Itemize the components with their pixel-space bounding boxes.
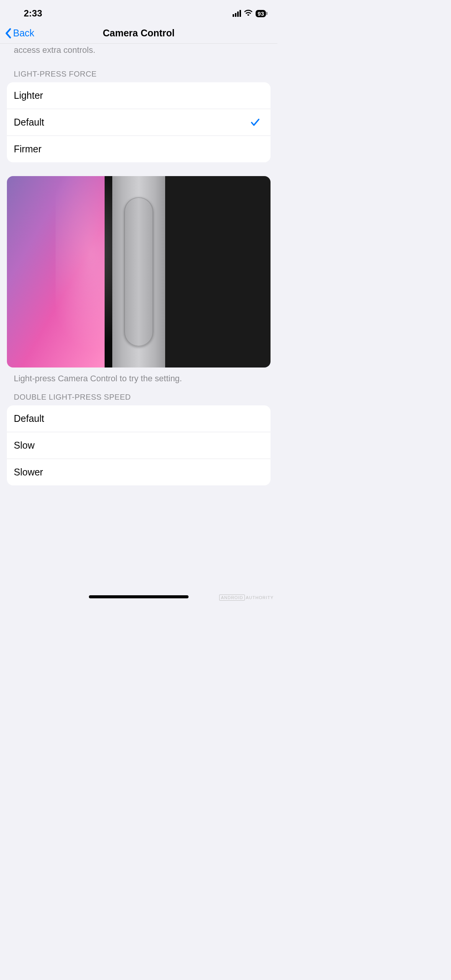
double-press-speed-group: Default Slow Slower xyxy=(7,405,271,485)
cellular-signal-icon xyxy=(233,10,241,17)
preview-caption: Light-press Camera Control to try the se… xyxy=(0,368,277,384)
section-header-light-press-force: LIGHT-PRESS FORCE xyxy=(0,55,277,82)
back-label: Back xyxy=(13,28,34,39)
camera-control-button-graphic xyxy=(124,197,153,346)
option-speed-slower[interactable]: Slower xyxy=(7,459,271,485)
section-header-double-press-speed: DOUBLE LIGHT-PRESS SPEED xyxy=(0,384,277,405)
status-bar: 2:33 93 xyxy=(0,0,277,23)
option-default[interactable]: Default xyxy=(7,109,271,136)
wifi-icon xyxy=(244,9,253,18)
option-speed-default[interactable]: Default xyxy=(7,405,271,432)
option-firmer[interactable]: Firmer xyxy=(7,136,271,162)
option-label: Default xyxy=(14,413,44,424)
checkmark-icon xyxy=(250,117,261,128)
chevron-left-icon xyxy=(5,28,11,39)
preview-side-rail xyxy=(112,176,165,368)
light-press-force-group: Lighter Default Firmer xyxy=(7,82,271,162)
watermark-suffix: AUTHORITY xyxy=(246,595,274,600)
camera-control-preview xyxy=(7,176,271,368)
home-indicator[interactable] xyxy=(89,595,189,598)
navigation-bar: Back Camera Control xyxy=(0,23,277,44)
back-button[interactable]: Back xyxy=(5,28,34,39)
battery-indicator: 93 xyxy=(256,10,266,17)
option-label: Slower xyxy=(14,467,43,478)
content-scroll[interactable]: access extra controls. LIGHT-PRESS FORCE… xyxy=(0,44,277,485)
preview-dark-area xyxy=(165,176,271,368)
option-label: Lighter xyxy=(14,90,43,101)
page-title: Camera Control xyxy=(103,28,175,39)
preview-frame-edge xyxy=(105,176,113,368)
status-indicators: 93 xyxy=(233,9,266,18)
truncated-description: access extra controls. xyxy=(0,44,277,55)
preview-screen-gradient xyxy=(7,176,105,368)
option-label: Default xyxy=(14,117,44,128)
status-time: 2:33 xyxy=(24,8,42,19)
watermark-brand: ANDROID xyxy=(219,595,245,601)
option-label: Firmer xyxy=(14,144,41,155)
option-speed-slow[interactable]: Slow xyxy=(7,432,271,459)
option-lighter[interactable]: Lighter xyxy=(7,82,271,109)
option-label: Slow xyxy=(14,440,34,451)
watermark: ANDROIDAUTHORITY xyxy=(219,595,274,600)
